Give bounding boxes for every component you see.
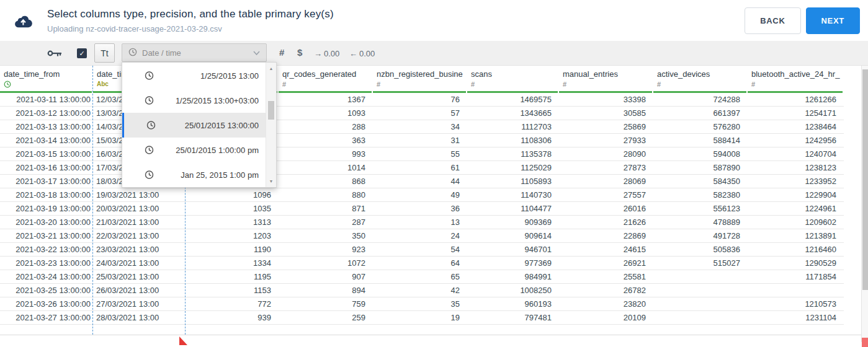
table-cell: 871 (279, 202, 373, 215)
upload-filename: Uploading nz-covid-tracer-usage-2021-03-… (47, 24, 334, 33)
table-row: 2021-03-20 13:00:0021/03/2021 13:0013132… (0, 216, 844, 229)
table-cell: 23/03/2021 13:00 (93, 243, 186, 256)
table-cell: 26921 (559, 257, 653, 270)
table-cell: 25/03/2021 13:00 (93, 270, 186, 283)
format-option[interactable]: Jan 25, 2015 1:00 pm (122, 162, 266, 187)
clock-icon (145, 71, 154, 81)
table-cell: 2021-03-26 13:00:00 (0, 297, 93, 310)
dropdown-scrollbar-thumb[interactable] (268, 101, 274, 120)
vertical-scrollbar[interactable] (861, 66, 868, 342)
primary-key-button[interactable] (47, 49, 62, 59)
table-cell: 1233952 (748, 175, 844, 188)
format-option-label: 1/25/2015 13:00+03:00 (176, 96, 259, 105)
format-option[interactable]: 1/25/2015 13:00 (122, 63, 266, 88)
table-cell: 24 (373, 229, 467, 242)
table-cell: 907 (279, 270, 373, 283)
table-cell: 288 (279, 120, 373, 133)
table-cell: 1313 (186, 216, 279, 229)
arrow-left-icon: ← (349, 49, 357, 58)
table-cell (653, 311, 748, 324)
column-type-select[interactable]: Date / time (122, 43, 267, 62)
table-cell: 27933 (559, 134, 653, 147)
table-cell: 1209602 (748, 216, 844, 229)
table-cell: 1105893 (467, 175, 559, 188)
table-cell: 2021-03-12 13:00:00 (0, 107, 93, 120)
table-cell: 2021-03-14 13:00:00 (0, 134, 93, 147)
table-row: 2021-03-25 13:00:0026/03/2021 13:0011538… (0, 284, 844, 297)
column-header-bluetooth_active_24_hr_[interactable]: bluetooth_active_24_hr_# (748, 66, 844, 93)
column-header-scans[interactable]: scans# (467, 66, 559, 93)
table-cell: 2021-03-18 13:00:00 (0, 188, 93, 201)
format-option[interactable]: 25/01/2015 1:00:00 pm (122, 138, 266, 162)
table-cell: 759 (279, 297, 373, 310)
column-header-manual_entries[interactable]: manual_entries# (559, 66, 653, 93)
format-option[interactable]: 1/25/2015 13:00+03:00 (122, 88, 266, 113)
table-cell: 287 (279, 216, 373, 229)
table-cell: 61 (373, 161, 467, 174)
scroll-up-icon[interactable]: ▲ (266, 64, 276, 72)
table-row: 2021-03-19 13:00:0020/03/2021 13:0010358… (0, 202, 844, 216)
table-cell: 2021-03-22 13:00:00 (0, 243, 93, 256)
format-option[interactable]: 25/01/2015 13:00:00 (122, 113, 266, 138)
table-cell: 594008 (653, 147, 748, 160)
table-cell: 1108306 (467, 134, 559, 147)
table-cell: 2021-03-23 13:00:00 (0, 257, 93, 270)
column-selection-boundary-left (92, 66, 93, 335)
clock-icon (145, 170, 154, 180)
table-cell: 1153 (186, 284, 279, 297)
table-cell: 19 (373, 311, 467, 324)
table-cell: 28/03/2021 13:00 (93, 311, 186, 324)
table-cell: 1195 (186, 270, 279, 283)
table-cell: 1104477 (467, 202, 559, 215)
column-header-active_devices[interactable]: active_devices# (653, 66, 748, 93)
decimal-increase-button[interactable]: → 0.00 (314, 49, 339, 58)
table-cell: 584350 (653, 175, 748, 188)
scroll-down-icon[interactable]: ▼ (266, 177, 276, 185)
column-header-nzbn_registered_busine[interactable]: nzbn_registered_busine# (373, 66, 467, 93)
table-cell: 28069 (559, 175, 653, 188)
column-name: active_devices (657, 69, 748, 79)
table-cell: 25581 (559, 270, 653, 283)
table-cell: 1242956 (748, 134, 844, 147)
next-button[interactable]: NEXT (806, 7, 860, 34)
table-cell: 909369 (467, 216, 559, 229)
column-header-qr_codes_generated[interactable]: qr_codes_generated# (279, 66, 373, 93)
table-cell: 57 (373, 107, 467, 120)
number-type-button[interactable]: # (279, 47, 284, 58)
table-cell: 946701 (467, 243, 559, 256)
table-cell: 20109 (559, 311, 653, 324)
table-row: 2021-03-27 13:00:0028/03/2021 13:0093925… (0, 311, 844, 325)
checkmark-icon: ✓ (79, 50, 84, 57)
table-cell: 491728 (653, 229, 748, 242)
table-cell: 2021-03-20 13:00:00 (0, 216, 93, 229)
currency-type-button[interactable]: $ (297, 47, 302, 58)
table-cell: 21/03/2021 13:00 (93, 216, 186, 229)
table-cell (653, 270, 748, 283)
format-option-label: 25/01/2015 1:00:00 pm (176, 146, 259, 155)
table-cell: 1224961 (748, 202, 844, 215)
table-row: 2021-03-23 13:00:0024/03/2021 13:0013341… (0, 257, 844, 270)
table-cell: 20/03/2021 13:00 (93, 202, 186, 215)
table-cell: 582380 (653, 188, 748, 201)
column-checkbox[interactable]: ✓ (77, 48, 87, 58)
back-button[interactable]: BACK (745, 7, 800, 34)
vertical-scrollbar-thumb[interactable] (862, 69, 868, 290)
text-type-button[interactable]: Tt (94, 43, 115, 63)
table-cell: 587890 (653, 161, 748, 174)
table-cell: 984991 (467, 270, 559, 283)
table-cell: 1290529 (748, 257, 844, 270)
table-cell: 1035 (186, 202, 279, 215)
table-cell: 724288 (653, 93, 748, 106)
table-cell: 24615 (559, 243, 653, 256)
decimal-decrease-button[interactable]: ← 0.00 (349, 49, 375, 58)
table-cell: 1171854 (748, 270, 844, 283)
column-name: qr_codes_generated (282, 69, 373, 79)
table-cell: 1213891 (748, 229, 844, 242)
dropdown-scrollbar[interactable]: ▲ ▼ (266, 63, 276, 187)
table-cell: 49 (373, 188, 467, 201)
table-cell: 1008250 (467, 284, 559, 297)
table-cell: 2021-03-15 13:00:00 (0, 147, 93, 160)
table-cell: 868 (279, 175, 373, 188)
column-header-date_time_from[interactable]: date_time_from (0, 66, 93, 93)
table-cell: 2021-03-11 13:00:00 (0, 93, 93, 106)
